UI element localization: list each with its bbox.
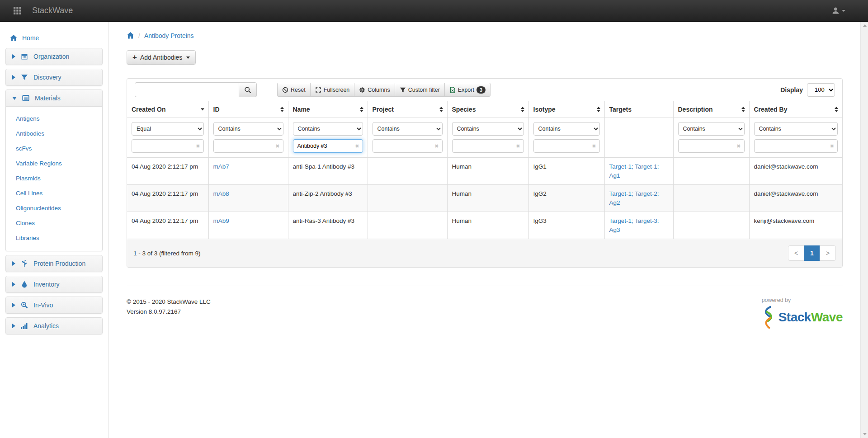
filter-cell-created-on: Equal ✖: [127, 118, 208, 158]
column-header-isotype[interactable]: Isotype: [528, 101, 604, 118]
sidebar-item-materials[interactable]: Materials: [6, 90, 102, 107]
filter-op-select-id[interactable]: Contains: [213, 122, 283, 136]
sidebar-protein-production-label: Protein Production: [33, 260, 85, 267]
sidebar-item-antigens[interactable]: Antigens: [6, 111, 102, 126]
filter-cell-targets: [604, 118, 673, 158]
scroll-up-icon[interactable]: [861, 22, 868, 29]
filter-op-select-created-by[interactable]: Contains: [754, 122, 838, 136]
breadcrumb-current[interactable]: Antibody Proteins: [144, 32, 194, 39]
sidebar-item-scfvs[interactable]: scFvs: [6, 141, 102, 156]
breadcrumb-home-icon[interactable]: [127, 32, 134, 39]
logo-wave-text: Wave: [811, 310, 843, 324]
caret-right-icon: [12, 282, 15, 287]
clear-filter-icon[interactable]: ✖: [275, 143, 279, 149]
column-header-name[interactable]: Name: [288, 101, 368, 118]
filter-op-select-project[interactable]: Contains: [373, 122, 443, 136]
display-page-size-select[interactable]: 100: [807, 83, 835, 97]
targets-link[interactable]: Target-1; Target-3: Ag3: [609, 217, 659, 233]
column-header-id[interactable]: ID: [208, 101, 288, 118]
fullscreen-button[interactable]: Fullscreen: [310, 83, 355, 97]
sidebar-panel-organization: Organization: [5, 48, 103, 65]
custom-filter-button[interactable]: Custom filter: [395, 83, 445, 97]
filter-input-name[interactable]: [293, 139, 363, 153]
materials-submenu: Antigens Antibodies scFvs Variable Regio…: [6, 107, 102, 251]
sidebar-organization-label: Organization: [33, 53, 69, 60]
sidebar-item-clones[interactable]: Clones: [6, 216, 102, 231]
sidebar-item-protein-production[interactable]: Protein Production: [6, 255, 102, 272]
page-scrollbar[interactable]: [860, 22, 868, 438]
columns-button[interactable]: Columns: [354, 83, 395, 97]
filter-input-id[interactable]: [213, 139, 283, 153]
user-menu[interactable]: [832, 7, 855, 14]
filter-op-select-created-on[interactable]: Equal: [132, 122, 204, 136]
current-page-button[interactable]: 1: [804, 245, 820, 261]
sidebar-item-home[interactable]: Home: [0, 32, 108, 48]
filter-op-select-species[interactable]: Contains: [452, 122, 524, 136]
scroll-down-icon[interactable]: [861, 430, 868, 438]
clear-filter-icon[interactable]: ✖: [434, 143, 439, 149]
antibodies-table: Created On ID Name Project Species Isoty…: [127, 101, 842, 239]
filter-row: Equal ✖ Contains ✖ Contains ✖ Contains: [127, 118, 842, 158]
filter-op-select-isotype[interactable]: Contains: [533, 122, 600, 136]
prev-page-button[interactable]: <: [788, 245, 804, 261]
app-brand[interactable]: StackWave: [32, 6, 73, 15]
reset-label: Reset: [291, 87, 306, 93]
columns-label: Columns: [368, 87, 390, 93]
targets-link[interactable]: Target-1; Target-2: Ag2: [609, 190, 659, 206]
clear-filter-icon[interactable]: ✖: [355, 143, 359, 149]
column-header-project[interactable]: Project: [368, 101, 447, 118]
antibody-id-link[interactable]: mAb8: [213, 190, 229, 197]
cell-created-by: daniel@stackwave.com: [749, 185, 842, 212]
sidebar-item-plasmids[interactable]: Plasmids: [6, 171, 102, 186]
sidebar-item-variable-regions[interactable]: Variable Regions: [6, 156, 102, 171]
sidebar-item-in-vivo[interactable]: In-Vivo: [6, 297, 102, 313]
targets-link[interactable]: Target-1; Target-1: Ag1: [609, 163, 659, 179]
caret-right-icon: [12, 75, 15, 80]
fullscreen-icon: [315, 87, 321, 93]
filter-input-created-on[interactable]: [132, 139, 204, 153]
main-content: / Antibody Proteins + Add Antibodies: [108, 22, 868, 438]
clear-filter-icon[interactable]: ✖: [830, 143, 834, 149]
apps-grid-icon[interactable]: [14, 7, 21, 14]
sidebar-item-cell-lines[interactable]: Cell Lines: [6, 186, 102, 201]
sidebar-item-inventory[interactable]: Inventory: [6, 276, 102, 292]
stackwave-logo[interactable]: StackWave: [762, 306, 843, 329]
column-header-created-by[interactable]: Created By: [749, 101, 842, 118]
sort-icon: [741, 107, 745, 112]
cell-created-on: 04 Aug 2020 2:12:17 pm: [127, 185, 208, 212]
clear-filter-icon[interactable]: ✖: [516, 143, 520, 149]
filter-op-select-name[interactable]: Contains: [293, 122, 363, 136]
clear-filter-icon[interactable]: ✖: [196, 143, 200, 149]
cell-name: anti-Zip-2 Antibody #3: [288, 185, 368, 212]
sidebar-item-discovery[interactable]: Discovery: [6, 69, 102, 85]
caret-right-icon: [12, 261, 15, 266]
sort-icon: [521, 107, 524, 112]
sidebar-item-libraries[interactable]: Libraries: [6, 231, 102, 245]
export-button[interactable]: Export 3: [444, 83, 491, 97]
next-page-button[interactable]: >: [820, 245, 836, 261]
sidebar-item-analytics[interactable]: Analytics: [6, 318, 102, 334]
filter-input-isotype[interactable]: [533, 139, 600, 153]
clear-filter-icon[interactable]: ✖: [592, 143, 596, 149]
cell-description: [673, 158, 749, 185]
grid-search-input[interactable]: [135, 82, 239, 97]
sidebar-item-antibodies[interactable]: Antibodies: [6, 126, 102, 141]
sidebar-item-oligonucleotides[interactable]: Oligonucleotides: [6, 201, 102, 216]
antibody-id-link[interactable]: mAb7: [213, 163, 229, 170]
filter-input-species[interactable]: [452, 139, 524, 153]
reset-button[interactable]: Reset: [277, 83, 311, 97]
add-antibodies-button[interactable]: + Add Antibodies: [127, 50, 196, 65]
sidebar-item-organization[interactable]: Organization: [6, 48, 102, 65]
filter-input-created-by[interactable]: [754, 139, 838, 153]
sidebar-panel-discovery: Discovery: [5, 69, 103, 86]
antibody-id-link[interactable]: mAb9: [213, 217, 229, 224]
filter-input-description[interactable]: [678, 139, 745, 153]
clear-filter-icon[interactable]: ✖: [736, 143, 741, 149]
sidebar-materials-label: Materials: [35, 94, 61, 102]
grid-search-button[interactable]: [239, 82, 257, 97]
filter-op-select-description[interactable]: Contains: [678, 122, 745, 136]
column-header-description[interactable]: Description: [673, 101, 749, 118]
filter-input-project[interactable]: [373, 139, 443, 153]
column-header-created-on[interactable]: Created On: [127, 101, 208, 118]
column-header-species[interactable]: Species: [447, 101, 528, 118]
